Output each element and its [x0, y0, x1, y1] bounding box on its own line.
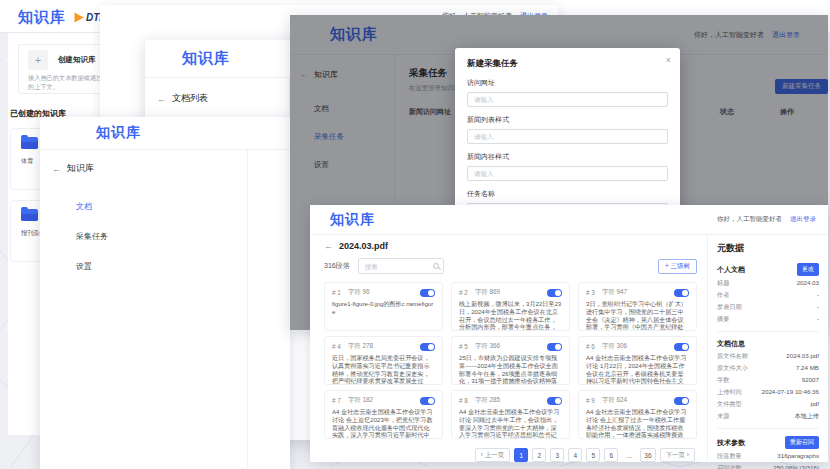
meta-label: 字数	[717, 376, 729, 385]
task-name-label: 任务名称	[467, 189, 668, 199]
home-app-title: 知识库	[18, 8, 66, 27]
modal-title: 新建采集任务	[467, 58, 668, 70]
list-style-field[interactable]	[467, 129, 668, 144]
meta-value: -	[817, 315, 819, 324]
segment-index: # 2	[459, 289, 468, 296]
segment-toggle[interactable]	[420, 343, 435, 351]
segments-main: ← 2024.03.pdf 316段落 + 三级树 # 1字符 96 figur…	[310, 235, 707, 461]
meta-label: 召回次数	[717, 464, 742, 469]
back-doc-list[interactable]: ← 文档列表	[157, 92, 277, 105]
segment-text: A4 金社志云南全国税务工作会议学习讨论 会上汇报了过去一年税收工作服务经济社会…	[586, 408, 689, 439]
page-button-1[interactable]: 1	[514, 448, 528, 462]
meta-value: 2024.03.pdf	[786, 352, 819, 361]
url-field-label: 访问网址	[467, 78, 668, 88]
window-kb: 知识库 ← 知识库 文档 采集任务 设置	[40, 117, 290, 469]
doc-type-action-button[interactable]: 更改	[797, 263, 819, 276]
segment-chars: 字符 285	[475, 396, 500, 405]
doc-name: 2024.03.pdf	[339, 241, 388, 251]
meta-label: 上传时间	[717, 388, 742, 397]
segment-toggle[interactable]	[547, 289, 562, 297]
segment-card[interactable]: # 9字符 624 A4 金社志云南全国税务工作会议学习讨论 会上汇报了过去一年…	[578, 390, 697, 439]
page-button-3[interactable]: 3	[550, 448, 564, 462]
sidebar-item-docs[interactable]: 文档	[76, 201, 235, 212]
segment-index: # 9	[586, 397, 595, 404]
back-arrow-icon: ←	[52, 164, 61, 174]
page-button-4[interactable]: 4	[568, 448, 582, 462]
create-kb-label: 创建知识库	[58, 55, 96, 65]
segment-toggle[interactable]	[420, 397, 435, 405]
logout-link[interactable]: 退出登录	[790, 215, 816, 224]
segment-card[interactable]: # 7字符 182 A4 金社志云南全国税务工作会议学习讨论 会上追忆2023年…	[324, 390, 443, 439]
close-icon[interactable]: ×	[666, 55, 671, 65]
segment-chars: 字符 624	[602, 396, 627, 405]
search-input[interactable]	[359, 262, 429, 271]
back-arrow-icon: ←	[157, 94, 166, 104]
segment-toggle[interactable]	[547, 343, 562, 351]
page-button-5[interactable]: 5	[586, 448, 600, 462]
segment-card[interactable]: # 2字符 869 线上新视频，微博以来，3月22日至23日，2024年全国税务…	[451, 282, 570, 331]
url-field[interactable]	[467, 92, 668, 107]
segment-text: 近日，国家税务总局党委召开会议，认真贯彻落实习近平总书记重要指示精神，推动党纪学…	[332, 354, 435, 385]
metadata-panel: 元数据 个人文档 更改 标题2024.03 作者- 发表日期- 摘要- 文档信息…	[707, 235, 828, 461]
segment-index: # 4	[332, 343, 341, 350]
content-style-label: 新闻内容样式	[467, 152, 668, 162]
segment-card[interactable]: # 5字符 366 25日，市财政为公园建设安排专项预算——2024年全国税务工…	[451, 336, 570, 385]
segment-card[interactable]: # 8字符 285 A4 金社志云南全国税务工作会议学习讨论 回顾过去半年工作，…	[451, 390, 570, 439]
tree-button[interactable]: + 三级树	[658, 259, 697, 274]
meta-value: pdf	[810, 400, 819, 409]
kb-sidebar: ← 知识库 文档 采集任务 设置	[40, 150, 248, 468]
back-label: 文档列表	[172, 92, 208, 105]
segment-text: 3日，党组织书记学习中心组（扩大）进行集中学习，围绕党的二十届三中全会《决定》精…	[586, 300, 689, 331]
meta-value: -	[817, 291, 819, 300]
paragraph-count: 316段落	[324, 261, 350, 271]
segment-toggle[interactable]	[420, 289, 435, 297]
segment-toggle[interactable]	[674, 397, 689, 405]
divider	[717, 428, 819, 429]
kb-content	[248, 150, 290, 468]
window-title: 知识库	[96, 124, 141, 142]
sidebar-item-settings[interactable]: 设置	[76, 261, 235, 272]
folder-icon	[21, 209, 38, 221]
segment-search[interactable]	[358, 258, 444, 274]
recall-button[interactable]: 重新召回	[785, 436, 819, 449]
doc-type-label: 个人文档	[717, 265, 745, 275]
segment-toggle[interactable]	[674, 343, 689, 351]
folder-icon	[21, 137, 38, 149]
segment-index: # 6	[586, 343, 595, 350]
meta-value: 本地上传	[794, 412, 819, 421]
segment-text: 线上新视频，微博以来，3月22日至23日，2024年全国税务工作会议在北京召开，…	[459, 300, 562, 331]
segment-index: # 1	[332, 289, 341, 296]
segment-text: A4 金社志云南全国税务工作会议学习讨论 回顾过去半年工作，会议指出，要深入学习…	[459, 408, 562, 439]
meta-value: 2024-07-19 10:46:36	[762, 388, 819, 397]
segment-chars: 字符 306	[602, 342, 627, 351]
meta-label: 原文件大小	[717, 364, 748, 373]
segment-text: A4 金社志云南全国税务工作会议学习讨论 会上追忆2023年，把党纪学习教育融入…	[332, 408, 435, 439]
next-page-button[interactable]: 下一页 ›	[660, 448, 695, 462]
segment-card[interactable]: # 1字符 96 figure1-figure-0.jpg的图形c namefi…	[324, 282, 443, 331]
back-arrow-icon[interactable]: ←	[324, 241, 333, 251]
sidebar-item-tasks[interactable]: 采集任务	[76, 231, 235, 242]
segment-chars: 字符 182	[348, 396, 373, 405]
segment-card[interactable]: # 4字符 278 近日，国家税务总局党委召开会议，认真贯彻落实习近平总书记重要…	[324, 336, 443, 385]
content-style-field[interactable]	[467, 166, 668, 181]
prev-page-button[interactable]: ‹ 上一页	[475, 448, 510, 462]
page-button-2[interactable]: 2	[532, 448, 546, 462]
segment-card[interactable]: # 6字符 306 A4 金社志云南全国税务工作会议学习讨论 1月22日，202…	[578, 336, 697, 385]
segment-text: A4 金社志云南全国税务工作会议学习讨论 1月22日，2024年全国税务工作会议…	[586, 354, 689, 385]
meta-value: 316paragraphs	[777, 452, 819, 461]
list-style-label: 新闻列表样式	[467, 115, 668, 125]
segment-toggle[interactable]	[547, 397, 562, 405]
page-button-36[interactable]: 36	[640, 448, 655, 462]
back-kb[interactable]: ← 知识库	[52, 162, 235, 175]
segment-chars: 字符 869	[475, 288, 500, 297]
page-button-6[interactable]: 6	[604, 448, 618, 462]
segment-text: 25日，市财政为公园建设安排专项预算——2024年全国税务工作会议全面部署今年任…	[459, 354, 562, 385]
pagination: ‹ 上一页 1 2 3 4 5 6 ... 36 下一页 ›	[324, 448, 695, 462]
info-section-title: 文档信息	[717, 339, 819, 349]
segment-toggle[interactable]	[674, 289, 689, 297]
segment-card[interactable]: # 3字符 947 3日，党组织书记学习中心组（扩大）进行集中学习，围绕党的二十…	[578, 282, 697, 331]
meta-label: 原文件名称	[717, 352, 748, 361]
segment-chars: 字符 96	[348, 288, 370, 297]
meta-label: 标题	[717, 279, 729, 288]
meta-label: 作者	[717, 291, 729, 300]
